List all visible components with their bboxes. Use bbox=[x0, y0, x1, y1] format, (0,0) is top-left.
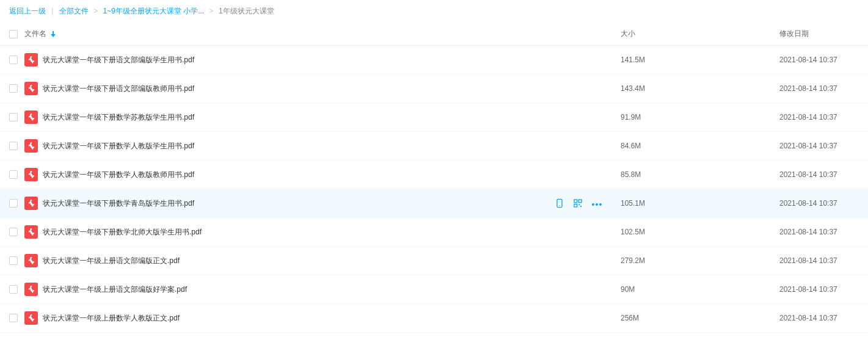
sort-arrow-down-icon bbox=[50, 31, 56, 38]
row-checkbox[interactable] bbox=[9, 285, 18, 294]
file-size: 84.6M bbox=[621, 142, 779, 150]
file-size: 143.4M bbox=[621, 84, 779, 93]
file-size: 85.8M bbox=[621, 170, 779, 179]
row-checkbox[interactable] bbox=[9, 170, 18, 179]
breadcrumb-divider: | bbox=[51, 7, 53, 15]
file-row[interactable]: 状元大课堂一年级上册数学人教版好学案.pdf183.2M2021-08-14 1… bbox=[0, 333, 868, 340]
file-row[interactable]: 状元大课堂一年级下册数学人教版学生用书.pdf84.6M2021-08-14 1… bbox=[0, 132, 868, 161]
file-row[interactable]: 状元大课堂一年级上册语文部编版好学案.pdf90M2021-08-14 10:3… bbox=[0, 275, 868, 304]
file-name[interactable]: 状元大课堂一年级上册语文部编版正文.pdf bbox=[43, 256, 180, 266]
breadcrumb-current: 1年级状元大课堂 bbox=[219, 7, 274, 15]
qr-icon[interactable] bbox=[573, 198, 583, 208]
file-date: 2021-08-14 10:37 bbox=[779, 199, 859, 208]
file-size: 90M bbox=[621, 285, 779, 294]
phone-icon[interactable] bbox=[555, 198, 564, 208]
row-checkbox[interactable] bbox=[9, 199, 18, 208]
file-date: 2021-08-14 10:37 bbox=[779, 228, 859, 236]
header-filename-label: 文件名 bbox=[24, 29, 46, 39]
breadcrumb-path-link[interactable]: 1~9年级全册状元大课堂 小学... bbox=[103, 7, 205, 15]
pdf-file-icon bbox=[24, 110, 38, 124]
pdf-file-icon bbox=[24, 225, 38, 239]
file-name[interactable]: 状元大课堂一年级下册数学青岛版学生用书.pdf bbox=[43, 198, 194, 209]
breadcrumb: 返回上一级 | 全部文件 > 1~9年级全册状元大课堂 小学... > 1年级状… bbox=[0, 0, 868, 23]
file-size: 105.1M bbox=[621, 199, 779, 208]
breadcrumb-separator: > bbox=[93, 7, 98, 15]
file-name[interactable]: 状元大课堂一年级下册数学人教版教师用书.pdf bbox=[43, 170, 194, 180]
breadcrumb-root-link[interactable]: 全部文件 bbox=[59, 7, 89, 15]
select-all-checkbox[interactable] bbox=[9, 30, 18, 38]
file-row[interactable]: 状元大课堂一年级下册语文部编版教师用书.pdf143.4M2021-08-14 … bbox=[0, 74, 868, 103]
file-name[interactable]: 状元大课堂一年级下册数学苏教版学生用书.pdf bbox=[43, 112, 194, 123]
pdf-file-icon bbox=[24, 168, 38, 181]
file-date: 2021-08-14 10:37 bbox=[779, 256, 859, 265]
svg-rect-3 bbox=[578, 200, 582, 203]
breadcrumb-separator: > bbox=[210, 7, 214, 15]
file-size: 141.5M bbox=[621, 56, 779, 64]
svg-rect-6 bbox=[580, 206, 582, 207]
header-size[interactable]: 大小 bbox=[621, 29, 779, 39]
row-checkbox[interactable] bbox=[9, 84, 18, 93]
file-date: 2021-08-14 10:37 bbox=[779, 113, 859, 121]
file-date: 2021-08-14 10:37 bbox=[779, 84, 859, 93]
row-checkbox[interactable] bbox=[9, 142, 18, 150]
file-date: 2021-08-14 10:37 bbox=[779, 170, 859, 179]
pdf-file-icon bbox=[24, 254, 38, 267]
file-name[interactable]: 状元大课堂一年级下册语文部编版学生用书.pdf bbox=[43, 55, 194, 65]
more-icon[interactable] bbox=[591, 199, 602, 208]
file-size: 279.2M bbox=[621, 256, 779, 265]
pdf-file-icon bbox=[24, 139, 38, 153]
list-header-row: 文件名 大小 修改日期 bbox=[0, 23, 868, 46]
pdf-file-icon bbox=[24, 197, 38, 210]
pdf-file-icon bbox=[24, 283, 38, 296]
file-name[interactable]: 状元大课堂一年级上册数学人教版正文.pdf bbox=[43, 313, 180, 324]
file-date: 2021-08-14 10:37 bbox=[779, 56, 859, 64]
header-filename[interactable]: 文件名 bbox=[24, 29, 621, 39]
header-size-label: 大小 bbox=[621, 29, 635, 38]
pdf-file-icon bbox=[24, 82, 38, 95]
file-row[interactable]: 状元大课堂一年级上册数学人教版正文.pdf256M2021-08-14 10:3… bbox=[0, 304, 868, 333]
pdf-file-icon bbox=[24, 53, 38, 67]
file-row[interactable]: 状元大课堂一年级上册语文部编版正文.pdf279.2M2021-08-14 10… bbox=[0, 247, 868, 275]
file-row[interactable]: 状元大课堂一年级下册数学人教版教师用书.pdf85.8M2021-08-14 1… bbox=[0, 161, 868, 189]
file-row[interactable]: 状元大课堂一年级下册数学青岛版学生用书.pdf105.1M2021-08-14 … bbox=[0, 189, 868, 218]
file-name[interactable]: 状元大课堂一年级下册语文部编版教师用书.pdf bbox=[43, 84, 194, 94]
file-list: 状元大课堂一年级下册语文部编版学生用书.pdf141.5M2021-08-14 … bbox=[0, 46, 868, 340]
file-size: 91.9M bbox=[621, 113, 779, 121]
header-date[interactable]: 修改日期 bbox=[779, 29, 859, 39]
file-date: 2021-08-14 10:37 bbox=[779, 314, 859, 322]
file-name[interactable]: 状元大课堂一年级下册数学北师大版学生用书.pdf bbox=[43, 227, 202, 237]
row-checkbox[interactable] bbox=[9, 228, 18, 236]
row-checkbox[interactable] bbox=[9, 113, 18, 121]
file-date: 2021-08-14 10:37 bbox=[779, 142, 859, 150]
svg-point-1 bbox=[559, 205, 560, 206]
file-row[interactable]: 状元大课堂一年级下册数学北师大版学生用书.pdf102.5M2021-08-14… bbox=[0, 218, 868, 247]
file-date: 2021-08-14 10:37 bbox=[779, 285, 859, 294]
file-name[interactable]: 状元大课堂一年级下册数学人教版学生用书.pdf bbox=[43, 141, 194, 151]
breadcrumb-back-link[interactable]: 返回上一级 bbox=[9, 7, 46, 15]
svg-rect-4 bbox=[574, 204, 577, 207]
file-size: 256M bbox=[621, 314, 779, 322]
file-size: 102.5M bbox=[621, 228, 779, 236]
row-checkbox[interactable] bbox=[9, 56, 18, 64]
header-date-label: 修改日期 bbox=[779, 29, 809, 38]
svg-rect-2 bbox=[574, 200, 577, 203]
file-row[interactable]: 状元大课堂一年级下册语文部编版学生用书.pdf141.5M2021-08-14 … bbox=[0, 46, 868, 74]
svg-rect-5 bbox=[578, 204, 580, 205]
row-actions bbox=[555, 198, 602, 208]
row-checkbox[interactable] bbox=[9, 256, 18, 265]
pdf-file-icon bbox=[24, 311, 38, 325]
file-name[interactable]: 状元大课堂一年级上册语文部编版好学案.pdf bbox=[43, 284, 187, 295]
row-checkbox[interactable] bbox=[9, 314, 18, 322]
file-row[interactable]: 状元大课堂一年级下册数学苏教版学生用书.pdf91.9M2021-08-14 1… bbox=[0, 103, 868, 132]
